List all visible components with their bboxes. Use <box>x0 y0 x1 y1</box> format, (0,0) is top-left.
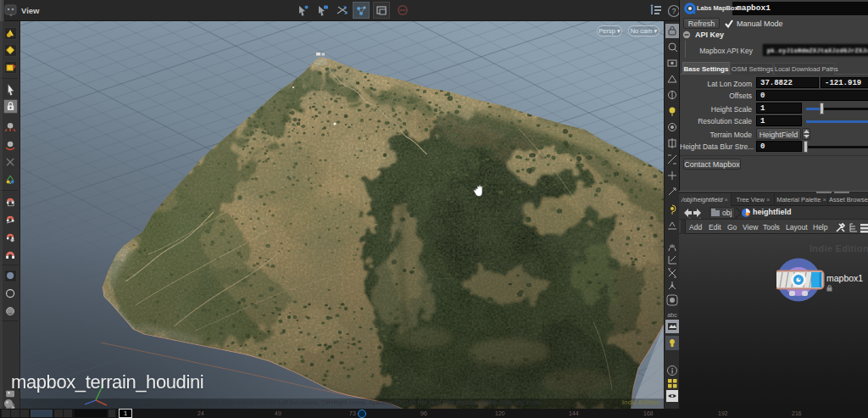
svg-text:?: ? <box>671 7 676 15</box>
svg-text:abc: abc <box>667 312 677 318</box>
